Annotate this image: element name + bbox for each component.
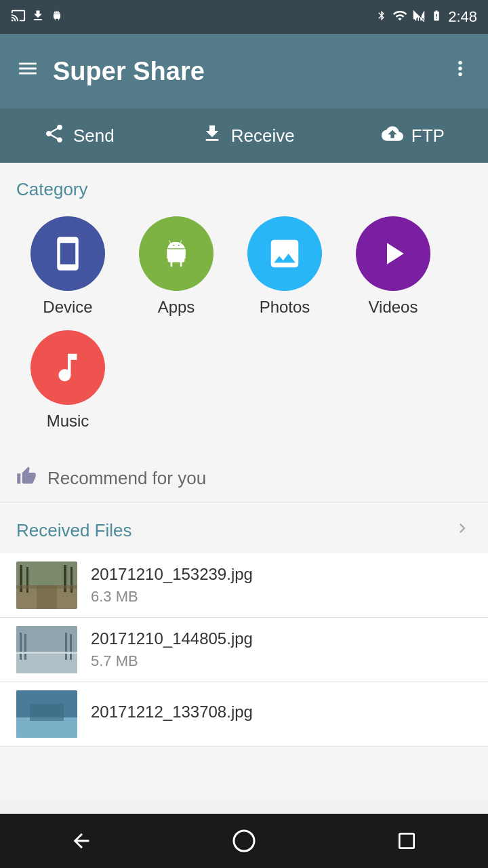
file-thumb-3 — [16, 690, 77, 738]
receive-label: Receive — [231, 125, 295, 146]
bottom-spacer — [0, 747, 488, 801]
receive-icon — [201, 123, 223, 149]
music-label: Music — [47, 412, 89, 431]
send-icon — [43, 123, 65, 149]
svg-rect-13 — [70, 634, 72, 660]
apps-label: Apps — [158, 298, 195, 317]
more-options-icon[interactable] — [449, 57, 472, 86]
category-section: Category Device Apps — [0, 163, 488, 455]
app-title: Super Share — [53, 57, 205, 86]
file-name-3: 20171212_133708.jpg — [91, 703, 472, 722]
download-status-icon — [31, 8, 45, 26]
device-label: Device — [43, 298, 92, 317]
videos-label: Videos — [369, 298, 418, 317]
file-info-3: 20171212_133708.jpg — [91, 703, 472, 726]
videos-circle — [356, 216, 430, 291]
receive-action[interactable]: Receive — [201, 123, 295, 149]
file-info-1: 20171210_153239.jpg 6.3 MB — [91, 565, 472, 606]
device-circle — [30, 216, 105, 291]
recent-apps-button[interactable] — [386, 821, 427, 861]
file-item-1[interactable]: 20171210_153239.jpg 6.3 MB — [0, 553, 488, 618]
category-item-device[interactable]: Device — [14, 216, 122, 317]
file-item-2[interactable]: 20171210_144805.jpg 5.7 MB — [0, 618, 488, 682]
back-button[interactable] — [61, 821, 102, 861]
svg-rect-2 — [37, 585, 57, 609]
music-circle — [30, 330, 105, 405]
category-item-videos[interactable]: Videos — [339, 216, 447, 317]
svg-rect-19 — [399, 833, 413, 848]
svg-rect-12 — [65, 633, 67, 660]
svg-rect-7 — [16, 585, 77, 589]
ftp-icon — [382, 123, 403, 149]
status-icons-left — [11, 8, 64, 26]
recommend-text: Recommend for you — [47, 468, 206, 489]
category-title: Category — [0, 163, 488, 211]
status-bar: 2:48 — [0, 0, 488, 34]
svg-rect-14 — [16, 652, 77, 654]
file-name-2: 20171210_144805.jpg — [91, 629, 472, 648]
screen-cast-icon — [11, 8, 26, 26]
svg-rect-11 — [24, 634, 26, 660]
bottom-navigation — [0, 814, 488, 868]
file-info-2: 20171210_144805.jpg 5.7 MB — [91, 629, 472, 670]
status-icons-right: 2:48 — [376, 8, 477, 26]
svg-rect-4 — [26, 567, 28, 593]
chevron-right-icon — [453, 519, 472, 542]
send-label: Send — [73, 125, 115, 146]
file-thumb-2 — [16, 626, 77, 673]
ftp-action[interactable]: FTP — [382, 123, 445, 149]
file-thumb-1 — [16, 561, 77, 609]
category-item-music[interactable]: Music — [14, 330, 122, 431]
menu-icon[interactable] — [16, 57, 39, 85]
ftp-label: FTP — [411, 125, 445, 146]
battery-icon — [430, 8, 443, 26]
svg-rect-17 — [30, 704, 64, 721]
wifi-icon — [392, 8, 407, 26]
recommend-row[interactable]: Recommend for you — [0, 455, 488, 502]
main-content: Category Device Apps — [0, 163, 488, 801]
file-item-3[interactable]: 20171212_133708.jpg — [0, 682, 488, 747]
photos-circle — [247, 216, 322, 291]
file-name-1: 20171210_153239.jpg — [91, 565, 472, 584]
svg-rect-6 — [70, 567, 73, 593]
bluetooth-icon — [376, 8, 387, 26]
svg-point-18 — [234, 831, 254, 851]
photos-label: Photos — [260, 298, 310, 317]
android-status-icon — [50, 8, 64, 26]
thumbsup-icon — [16, 466, 37, 491]
action-bar: Send Receive FTP — [0, 108, 488, 163]
category-item-apps[interactable]: Apps — [122, 216, 230, 317]
toolbar: Super Share — [0, 34, 488, 108]
received-files-header[interactable]: Received Files — [0, 502, 488, 553]
file-size-1: 6.3 MB — [91, 588, 472, 606]
signal-icon — [413, 8, 425, 26]
file-size-2: 5.7 MB — [91, 652, 472, 670]
apps-circle — [139, 216, 214, 291]
send-action[interactable]: Send — [43, 123, 115, 149]
received-files-title: Received Files — [16, 520, 132, 541]
svg-rect-10 — [20, 633, 22, 660]
status-time: 2:48 — [448, 8, 477, 26]
category-item-photos[interactable]: Photos — [230, 216, 339, 317]
home-button[interactable] — [224, 821, 264, 861]
category-grid: Device Apps Photos — [0, 211, 488, 455]
toolbar-left: Super Share — [16, 57, 205, 86]
